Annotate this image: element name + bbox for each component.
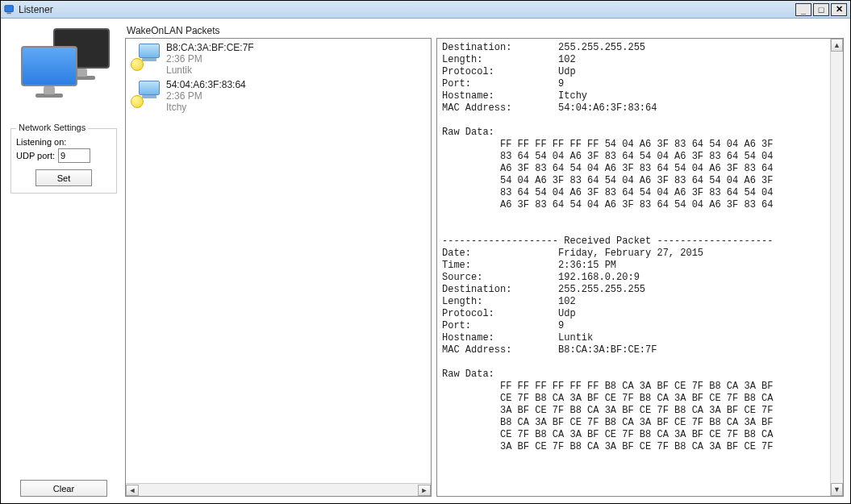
network-settings-group: Network Settings Listening on: UDP port:… — [10, 128, 117, 194]
scroll-h-track[interactable] — [139, 485, 418, 496]
scroll-down-icon[interactable]: ▼ — [831, 483, 843, 496]
monitor-icon-light — [21, 46, 77, 86]
clear-button[interactable]: Clear — [20, 480, 107, 497]
packets-section: WakeOnLAN Packets B8:CA:3A:BF:CE:7F2:36 … — [125, 25, 432, 497]
packet-info: B8:CA:3A:BF:CE:7F2:36 PMLuntik — [166, 42, 254, 76]
packet-item[interactable]: B8:CA:3A:BF:CE:7F2:36 PMLuntik — [127, 40, 429, 77]
detail-text[interactable]: Destination: 255.255.255.255 Length: 102… — [437, 39, 830, 496]
packets-title: WakeOnLAN Packets — [125, 25, 432, 38]
close-button[interactable]: ✕ — [831, 3, 847, 16]
packet-icon — [131, 79, 161, 110]
content-area: Network Settings Listening on: UDP port:… — [1, 19, 850, 503]
scroll-up-icon[interactable]: ▲ — [831, 39, 843, 52]
left-column: Network Settings Listening on: UDP port:… — [7, 25, 120, 497]
packet-icon — [131, 42, 161, 73]
svg-rect-0 — [5, 5, 14, 11]
minimize-button[interactable]: _ — [795, 3, 811, 16]
app-icon — [4, 4, 15, 15]
packet-list[interactable]: B8:CA:3A:BF:CE:7F2:36 PMLuntik54:04:A6:3… — [126, 39, 431, 483]
packet-host: Itchy — [166, 102, 246, 113]
packet-info: 54:04:A6:3F:83:642:36 PMItchy — [166, 79, 246, 113]
window-controls: _ □ ✕ — [795, 3, 847, 16]
app-window: Listener _ □ ✕ Network Settings Listenin… — [0, 0, 851, 504]
titlebar: Listener _ □ ✕ — [1, 1, 850, 19]
packet-host: Luntik — [166, 65, 254, 76]
detail-pane: Destination: 255.255.255.255 Length: 102… — [436, 38, 844, 497]
packet-mac: 54:04:A6:3F:83:64 — [166, 79, 246, 90]
udp-port-label: UDP port: — [16, 151, 55, 160]
packet-list-panel: B8:CA:3A:BF:CE:7F2:36 PMLuntik54:04:A6:3… — [125, 38, 432, 497]
network-settings-label: Network Settings — [16, 123, 88, 132]
scroll-right-icon[interactable]: ► — [418, 485, 431, 496]
scroll-left-icon[interactable]: ◄ — [126, 485, 139, 496]
window-title: Listener — [19, 4, 795, 15]
svg-rect-1 — [7, 12, 11, 14]
packet-time: 2:36 PM — [166, 90, 246, 102]
vertical-scrollbar[interactable]: ▲ ▼ — [830, 39, 843, 496]
scroll-v-track[interactable] — [831, 52, 843, 483]
monitors-graphic — [11, 25, 116, 114]
horizontal-scrollbar[interactable]: ◄ ► — [126, 483, 431, 496]
maximize-button[interactable]: □ — [813, 3, 829, 16]
packet-time: 2:36 PM — [166, 53, 254, 65]
packet-mac: B8:CA:3A:BF:CE:7F — [166, 42, 254, 53]
set-button[interactable]: Set — [35, 169, 92, 186]
packet-item[interactable]: 54:04:A6:3F:83:642:36 PMItchy — [127, 77, 429, 115]
udp-port-input[interactable] — [58, 148, 90, 163]
listening-on-label: Listening on: — [16, 137, 66, 147]
